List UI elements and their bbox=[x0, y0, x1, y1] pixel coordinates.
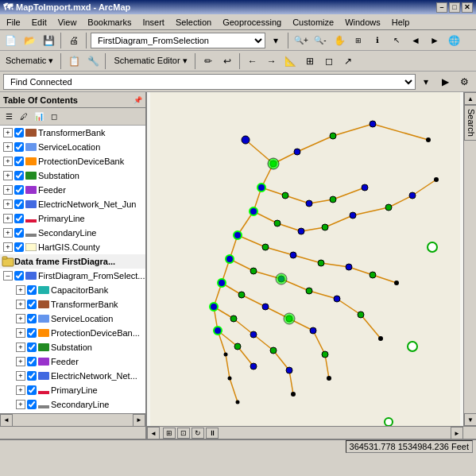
list-item[interactable]: + Feeder bbox=[0, 354, 145, 369]
expand-icon[interactable]: + bbox=[3, 157, 13, 166]
list-item[interactable]: + TransformerBank bbox=[0, 297, 145, 312]
layer-checkbox[interactable] bbox=[14, 185, 24, 195]
identify-button[interactable]: ℹ bbox=[369, 32, 386, 49]
forward-button[interactable]: ► bbox=[426, 32, 443, 49]
expand-icon[interactable]: + bbox=[3, 185, 13, 195]
list-item[interactable]: + SecondaryLine bbox=[0, 397, 145, 412]
expand-icon[interactable]: + bbox=[3, 242, 13, 252]
dropdown-arrow[interactable]: ▾ bbox=[267, 32, 284, 49]
list-item[interactable]: + CapacitorBank bbox=[0, 283, 145, 297]
expand-icon[interactable]: + bbox=[3, 142, 13, 152]
expand-icon[interactable]: + bbox=[3, 171, 13, 180]
layer-checkbox[interactable] bbox=[27, 314, 37, 323]
toc-section-header[interactable]: Data frame FirstDiagra... bbox=[0, 254, 145, 269]
expand-icon[interactable]: + bbox=[3, 199, 13, 209]
list-item[interactable]: + Substation bbox=[0, 340, 145, 354]
toc-content[interactable]: + TransformerBank + ServiceLocation + Pr… bbox=[0, 126, 145, 413]
menu-windows[interactable]: Windows bbox=[340, 16, 385, 29]
menu-geoprocessing[interactable]: Geoprocessing bbox=[218, 16, 286, 29]
toc-btn-source[interactable]: 📊 bbox=[32, 110, 46, 124]
layer-checkbox[interactable] bbox=[14, 157, 24, 166]
layer-checkbox[interactable] bbox=[27, 385, 37, 395]
menu-customize[interactable]: Customize bbox=[288, 16, 339, 29]
toc-scroll-left[interactable]: ◄ bbox=[0, 414, 13, 427]
toc-btn-draw[interactable]: 🖊 bbox=[17, 110, 31, 124]
list-item[interactable]: + TransformerBank bbox=[0, 126, 145, 140]
sch-tool-4[interactable]: ⊞ bbox=[301, 52, 319, 70]
find-dropdown-arrow[interactable]: ▾ bbox=[417, 73, 435, 91]
layer-checkbox[interactable] bbox=[14, 271, 24, 281]
menu-selection[interactable]: Selection bbox=[171, 16, 216, 29]
save-button[interactable]: 💾 bbox=[40, 32, 57, 49]
layer-checkbox[interactable] bbox=[27, 285, 37, 295]
layer-checkbox[interactable] bbox=[27, 342, 37, 352]
scroll-track[interactable]: Search bbox=[464, 105, 476, 413]
expand-icon[interactable]: + bbox=[16, 357, 25, 366]
menu-view[interactable]: View bbox=[53, 16, 82, 29]
sch-pointer[interactable]: ↗ bbox=[339, 52, 357, 70]
nav-btn-pause[interactable]: ⏸ bbox=[206, 428, 219, 439]
menu-edit[interactable]: Edit bbox=[27, 16, 52, 29]
list-item[interactable]: + Substation bbox=[0, 168, 145, 183]
list-item[interactable]: + ElectricNetwork_Net_Jun bbox=[0, 197, 145, 211]
sch-tool-2[interactable]: 🔧 bbox=[84, 52, 102, 70]
toc-btn-list[interactable]: ☰ bbox=[2, 110, 16, 124]
list-item[interactable]: + ProtectionDeviceBank bbox=[0, 154, 145, 168]
new-button[interactable]: 📄 bbox=[2, 32, 19, 49]
expand-icon[interactable]: + bbox=[16, 300, 25, 309]
list-item[interactable]: + HartGIS.County bbox=[0, 240, 145, 254]
sch-tool-5[interactable]: ◻ bbox=[320, 52, 338, 70]
menu-file[interactable]: File bbox=[2, 16, 25, 29]
scroll-up-button[interactable]: ▲ bbox=[464, 92, 476, 105]
menu-help[interactable]: Help bbox=[387, 16, 415, 29]
layer-checkbox[interactable] bbox=[14, 171, 24, 180]
layer-checkbox[interactable] bbox=[14, 242, 24, 252]
print-button[interactable]: 🖨 bbox=[65, 32, 83, 49]
layer-checkbox[interactable] bbox=[14, 214, 24, 223]
search-tab[interactable]: Search bbox=[464, 105, 476, 141]
layer-checkbox[interactable] bbox=[14, 142, 24, 152]
expand-icon[interactable]: + bbox=[3, 214, 13, 223]
sch-edit-2[interactable]: ↩ bbox=[219, 52, 236, 70]
list-item[interactable]: + PrimaryLine bbox=[0, 211, 145, 226]
expand-icon[interactable]: – bbox=[3, 271, 13, 281]
expand-icon[interactable]: + bbox=[16, 385, 25, 395]
nav-btn-2[interactable]: ⊡ bbox=[177, 428, 190, 439]
layer-checkbox[interactable] bbox=[27, 357, 37, 366]
map-scroll-track[interactable]: ⊞ ⊡ ↻ ⏸ bbox=[160, 427, 451, 439]
expand-icon[interactable]: + bbox=[16, 400, 25, 409]
open-button[interactable]: 📂 bbox=[21, 32, 38, 49]
list-item[interactable]: – FirstDiagram_FromSelect... bbox=[0, 269, 145, 283]
find-connected-dropdown[interactable]: Find Connected bbox=[3, 74, 416, 90]
layer-checkbox[interactable] bbox=[27, 328, 37, 338]
editor-dropdown-btn[interactable]: Schematic Editor ▾ bbox=[110, 52, 191, 70]
list-item[interactable]: + Feeder bbox=[0, 183, 145, 197]
layer-checkbox[interactable] bbox=[14, 128, 24, 137]
nav-btn-refresh[interactable]: ↻ bbox=[192, 428, 204, 439]
zoom-in-button[interactable]: 🔍+ bbox=[292, 32, 310, 49]
close-button[interactable]: ✕ bbox=[462, 2, 473, 13]
find-settings-button[interactable]: ⚙ bbox=[455, 73, 473, 91]
expand-icon[interactable]: + bbox=[16, 314, 25, 323]
pan-button[interactable]: ✋ bbox=[331, 32, 348, 49]
expand-icon[interactable]: + bbox=[16, 328, 25, 338]
list-item[interactable]: + PrimaryLine bbox=[0, 383, 145, 397]
sch-tool-3[interactable]: 📐 bbox=[282, 52, 300, 70]
map-scroll-left[interactable]: ◄ bbox=[147, 427, 160, 439]
expand-icon[interactable]: + bbox=[16, 285, 25, 295]
list-item[interactable]: + SecondaryLine bbox=[0, 226, 145, 240]
diagram-dropdown[interactable]: FirstDiagram_FromSelection bbox=[91, 33, 265, 48]
layer-checkbox[interactable] bbox=[27, 371, 37, 381]
minimize-button[interactable]: – bbox=[436, 2, 447, 13]
select-button[interactable]: ↖ bbox=[388, 32, 405, 49]
back-button[interactable]: ◄ bbox=[407, 32, 424, 49]
maximize-button[interactable]: □ bbox=[449, 2, 460, 13]
expand-icon[interactable]: + bbox=[16, 342, 25, 352]
list-item[interactable]: + ServiceLocation bbox=[0, 140, 145, 154]
zoom-out-button[interactable]: 🔍- bbox=[312, 32, 329, 49]
sch-arrow-1[interactable]: ← bbox=[244, 52, 261, 70]
menu-insert[interactable]: Insert bbox=[137, 16, 169, 29]
map-canvas[interactable] bbox=[147, 92, 463, 426]
menu-bookmarks[interactable]: Bookmarks bbox=[83, 16, 136, 29]
toc-scroll-right[interactable]: ► bbox=[133, 414, 145, 427]
